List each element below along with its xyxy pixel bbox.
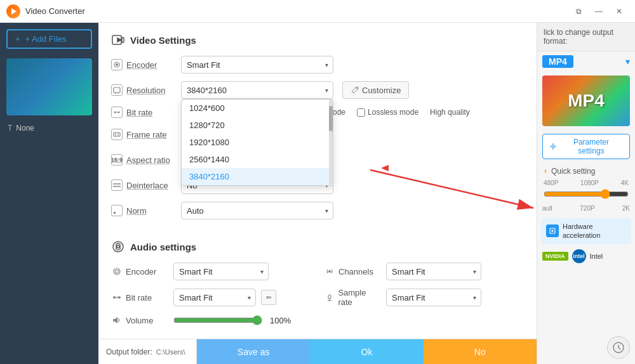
audio-channels-select[interactable]: Smart Fit <box>386 263 481 280</box>
gpu-logos-section: NVIDIA intel Intel <box>537 247 635 266</box>
audio-volume-icon <box>111 315 123 326</box>
format-thumbnail: MP4 <box>542 75 630 126</box>
app-logo <box>6 4 20 18</box>
svg-point-11 <box>118 112 120 114</box>
wrench-icon <box>351 86 359 94</box>
audio-channels-select-wrapper: Smart Fit ▾ <box>386 263 481 280</box>
svg-point-24 <box>113 296 116 299</box>
audio-encoder-select[interactable]: Smart Fit <box>173 263 269 280</box>
svg-point-21 <box>114 268 120 275</box>
audio-sample-rate-label: Sample rate <box>324 288 381 307</box>
svg-rect-13 <box>114 133 120 136</box>
audio-encoder-select-wrapper: Smart Fit ▾ <box>173 263 269 280</box>
add-files-button[interactable]: + + Add Files <box>6 29 92 49</box>
restore-button[interactable]: ⧉ <box>569 4 588 18</box>
resolution-row: Resolution 3840*2160 ▾ 1024*600 1280*720… <box>111 81 524 99</box>
ok-button[interactable]: Ok <box>310 339 423 365</box>
parameter-settings-button[interactable]: Parameter settings <box>542 134 630 159</box>
aspect-ratio-label: 16:9 Aspect ratio <box>111 154 181 166</box>
encoder-row: Encoder Smart Fit ▾ <box>111 56 524 74</box>
svg-point-20 <box>117 245 119 248</box>
audio-channels-label: Channels <box>324 266 381 277</box>
resolution-dropdown: 1024*600 1280*720 1920*1080 2560*1440 38… <box>181 99 333 186</box>
high-quality-label: High quality <box>430 108 470 117</box>
svg-point-22 <box>116 270 119 273</box>
resolution-label: Resolution <box>111 84 181 96</box>
close-button[interactable]: ✕ <box>610 4 629 18</box>
nvidia-logo: NVIDIA <box>542 252 568 261</box>
svg-rect-6 <box>114 88 120 93</box>
audio-bitrate-select-wrapper: Smart Fit ▾ <box>173 289 256 306</box>
svg-point-5 <box>116 63 118 66</box>
resolution-option-3840[interactable]: 3840*2160 <box>182 168 333 185</box>
audio-encoder-row: Encoder Smart Fit ▾ <box>111 263 311 280</box>
audio-volume-label: Volume <box>111 315 168 326</box>
audio-encoder-icon <box>111 266 123 277</box>
bottom-bar: Output folder: C:\Users\ Save as Ok No <box>98 339 537 364</box>
svg-point-23 <box>328 270 331 273</box>
encoder-icon <box>111 59 123 70</box>
format-dropdown-arrow[interactable]: ▾ <box>625 56 630 67</box>
audio-bitrate-icon <box>111 292 123 303</box>
deinterlace-icon <box>111 179 123 191</box>
audio-bitrate-row: Bit rate Smart Fit ▾ ✏ <box>111 288 311 307</box>
deinterlace-label: Deinterlace <box>111 179 181 191</box>
quality-marks-top: 480P 1080P 4K <box>542 179 630 186</box>
content-area: Video Settings Encoder Smart Fit ▾ <box>98 23 537 364</box>
resolution-option-1920[interactable]: 1920*1080 <box>182 134 333 151</box>
save-as-button[interactable]: Save as <box>197 339 310 365</box>
quality-preset-slider[interactable] <box>544 189 629 199</box>
customize-button-resolution[interactable]: Customize <box>342 81 409 99</box>
video-settings-header: Video Settings <box>111 33 524 47</box>
bitrate-edit-button[interactable]: ✏ <box>261 290 276 305</box>
resolution-select[interactable]: 3840*2160 <box>181 81 333 99</box>
title-bar: Video Converter ⧉ — ✕ <box>0 0 635 23</box>
quality-labels-bottom: ault 720P 2K <box>542 205 630 212</box>
minimize-button[interactable]: — <box>589 4 608 18</box>
audio-encoder-label: Encoder <box>111 266 168 277</box>
audio-volume-row: Volume 100% <box>111 315 311 326</box>
resolution-icon <box>111 84 123 96</box>
audio-grid: Encoder Smart Fit ▾ <box>111 263 524 326</box>
plus-icon: + <box>15 34 20 44</box>
right-panel-header: lick to change output format: <box>537 23 635 51</box>
encoder-label: Encoder <box>111 59 181 70</box>
video-icon <box>111 33 125 47</box>
format-badge: MP4 <box>542 55 573 68</box>
output-folder-section: Output folder: C:\Users\ <box>98 339 197 364</box>
app-title: Video Converter <box>25 6 569 16</box>
hardware-acceleration-section: Hardware acceleration <box>541 218 631 244</box>
volume-slider[interactable] <box>173 315 262 325</box>
text-icon: T <box>8 124 12 133</box>
norm-row: Norm Auto ▾ <box>111 202 524 219</box>
bottom-actions: Save as Ok No <box>197 339 537 365</box>
no-button[interactable]: No <box>424 339 537 365</box>
dropdown-scrollbar[interactable] <box>329 100 333 185</box>
bitrate-icon <box>111 107 123 118</box>
resolution-option-2560[interactable]: 2560*1440 <box>182 151 333 168</box>
clock-button[interactable] <box>607 336 630 359</box>
audio-sample-rate-select[interactable]: Smart Fit <box>386 289 481 306</box>
lossless-mode-checkbox[interactable]: Lossless mode <box>357 108 418 117</box>
audio-bitrate-select[interactable]: Smart Fit <box>173 289 256 306</box>
resolution-option-1024[interactable]: 1024*600 <box>182 100 333 117</box>
audio-sample-rate-select-wrapper: Smart Fit ▾ <box>386 289 481 306</box>
audio-sample-rate-icon <box>324 292 335 303</box>
lightning-icon <box>542 168 549 174</box>
clock-icon <box>612 341 625 354</box>
encoder-select[interactable]: Smart Fit <box>181 56 333 74</box>
hardware-acc-label: Hardware acceleration <box>563 222 626 240</box>
audio-settings-header: Audio settings <box>111 240 524 254</box>
svg-rect-18 <box>114 212 116 214</box>
norm-icon <box>111 205 123 216</box>
volume-value: 100% <box>270 316 291 325</box>
quick-setting-section: Quick setting 480P 1080P 4K ault 720P 2K <box>537 163 635 216</box>
resolution-option-1280[interactable]: 1280*720 <box>182 117 333 134</box>
svg-point-25 <box>118 296 121 299</box>
sidebar-none-label: T None <box>0 119 98 138</box>
norm-select[interactable]: Auto <box>181 202 333 219</box>
main-container: + + Add Files T None Video Settings <box>0 23 635 364</box>
audio-icon <box>111 240 125 254</box>
svg-rect-30 <box>113 319 115 322</box>
svg-rect-27 <box>328 295 331 299</box>
